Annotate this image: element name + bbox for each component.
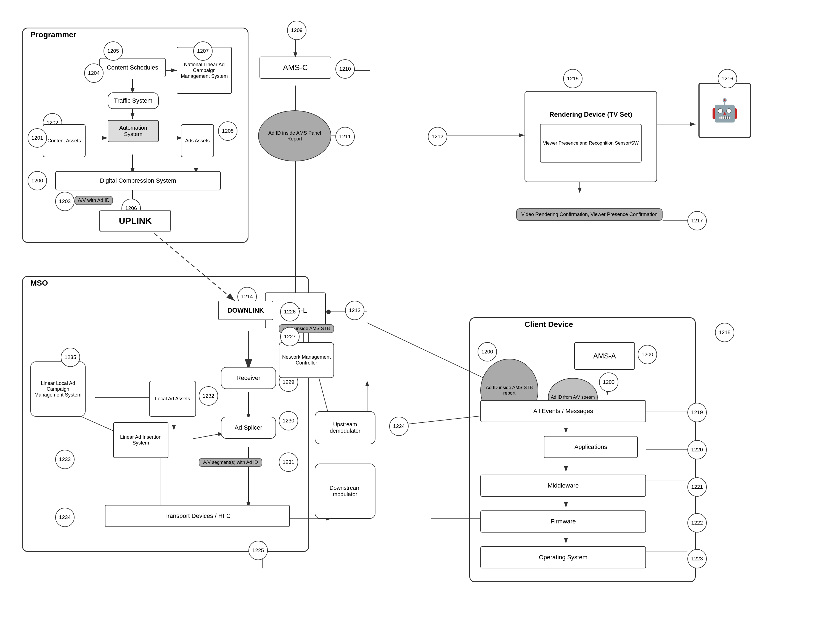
transport-devices-label: Transport Devices / HFC xyxy=(164,512,231,520)
circle-1208: 1208 xyxy=(218,121,238,141)
circle-1209: 1209 xyxy=(287,21,306,40)
transport-devices-box: Transport Devices / HFC xyxy=(105,505,290,527)
circle-1200a: 1200 xyxy=(27,171,47,190)
circle-1204: 1204 xyxy=(84,63,103,83)
label-1233: 1233 xyxy=(59,457,71,462)
circle-1215: 1215 xyxy=(563,69,582,88)
circle-1220: 1220 xyxy=(687,440,707,459)
circle-1224: 1224 xyxy=(389,416,409,436)
digital-compression-label: Digital Compression System xyxy=(100,177,176,184)
operating-system-box: Operating System xyxy=(480,546,646,568)
label-1222: 1222 xyxy=(691,520,703,526)
all-events-label: All Events / Messages xyxy=(533,408,593,415)
traffic-system-label: Traffic System xyxy=(114,97,152,104)
tv-icon: 🤖 xyxy=(698,83,751,138)
local-ad-assets-box: Local Ad Assets xyxy=(149,381,196,416)
circle-1230: 1230 xyxy=(279,411,298,431)
downlink-label: DOWNLINK xyxy=(228,307,264,314)
label-1204: 1204 xyxy=(88,70,100,76)
circle-1219: 1219 xyxy=(687,403,707,422)
linear-local-label: Linear Local Ad Campaign Management Syst… xyxy=(33,381,83,398)
receiver-label: Receiver xyxy=(237,374,260,382)
content-assets-box: Content Assets xyxy=(43,124,86,157)
ad-id-panel-box: Ad ID inside AMS Panel Report xyxy=(258,110,331,161)
ad-id-panel-label: Ad ID inside AMS Panel Report xyxy=(261,130,328,142)
programmer-label: Programmer xyxy=(31,31,76,39)
label-1208: 1208 xyxy=(222,128,234,134)
middleware-box: Middleware xyxy=(480,475,646,497)
circle-1216: 1216 xyxy=(718,69,737,88)
rendering-device-box: Rendering Device (TV Set) Viewer Presenc… xyxy=(525,91,657,182)
circle-1200c: 1200 xyxy=(478,342,497,362)
content-assets-label: Content Assets xyxy=(47,138,81,144)
label-1207: 1207 xyxy=(197,48,209,54)
operating-system-label: Operating System xyxy=(539,554,587,561)
av-segments-label: A/V segment(s) with Ad ID xyxy=(199,458,262,467)
label-1224: 1224 xyxy=(393,423,405,429)
video-confirm-box: Video Rendering Confirmation, Viewer Pre… xyxy=(516,208,663,221)
circle-1227: 1227 xyxy=(280,327,299,346)
circle-1218: 1218 xyxy=(715,323,734,342)
mso-label: MSO xyxy=(31,279,48,287)
circle-1232: 1232 xyxy=(199,386,218,406)
circle-1222: 1222 xyxy=(687,513,707,533)
circle-1233: 1233 xyxy=(55,450,74,469)
label-1216: 1216 xyxy=(722,76,733,82)
uplink-label: UPLINK xyxy=(119,216,152,226)
label-1200a: 1200 xyxy=(31,178,43,184)
label-1201: 1201 xyxy=(31,135,43,141)
label-1221: 1221 xyxy=(691,484,703,490)
local-ad-assets-label: Local Ad Assets xyxy=(155,396,190,402)
firmware-box: Firmware xyxy=(480,510,646,533)
label-1217: 1217 xyxy=(691,218,703,224)
label-1200d: 1200 xyxy=(603,379,614,385)
label-1203: 1203 xyxy=(59,199,71,205)
viewer-presence-inner: Viewer Presence and Recognition Sensor/S… xyxy=(540,124,642,163)
ad-splicer-box: Ad Splicer xyxy=(221,416,276,439)
label-1225: 1225 xyxy=(252,547,264,554)
label-1230: 1230 xyxy=(283,418,294,424)
receiver-box: Receiver xyxy=(221,367,276,389)
label-1212: 1212 xyxy=(432,134,443,140)
diagram: Programmer MSO Client Device Content Sch… xyxy=(0,0,834,644)
label-1234: 1234 xyxy=(59,514,71,520)
label-1231: 1231 xyxy=(283,459,294,465)
label-1227: 1227 xyxy=(284,334,296,340)
applications-box: Applications xyxy=(544,436,638,458)
circle-1201: 1201 xyxy=(27,128,47,148)
national-linear-label: National Linear Ad Campaign Management S… xyxy=(179,62,229,79)
ad-id-stb-report-label: Ad ID inside AMS STB report xyxy=(483,385,536,396)
circle-1226: 1226 xyxy=(280,302,299,321)
circle-1234: 1234 xyxy=(55,508,74,527)
circle-1221: 1221 xyxy=(687,477,707,497)
circle-1213: 1213 xyxy=(345,301,364,320)
content-schedules-label: Content Schedules xyxy=(107,64,158,71)
ad-splicer-label: Ad Splicer xyxy=(234,424,262,431)
linear-ad-insertion-label: Linear Ad Insertion System xyxy=(116,434,166,446)
label-1226: 1226 xyxy=(284,309,296,315)
label-1209: 1209 xyxy=(291,27,302,33)
label-1200c: 1200 xyxy=(482,349,493,355)
ams-c-label: AMS-C xyxy=(283,63,308,72)
upstream-demodulator-box: Upstream demodulator xyxy=(315,411,375,444)
circle-1211: 1211 xyxy=(335,127,355,146)
automation-system-box: Automation System xyxy=(108,120,159,142)
label-1229: 1229 xyxy=(283,379,294,385)
label-1213: 1213 xyxy=(349,307,360,313)
downstream-modulator-box: Downstream modulator xyxy=(315,463,375,519)
svg-point-60 xyxy=(326,310,331,314)
circle-1210: 1210 xyxy=(335,59,355,79)
ad-id-av-label: Ad ID from A/V stream xyxy=(551,395,595,400)
label-1223: 1223 xyxy=(691,556,703,562)
av-ad-id-label: A/V with Ad ID xyxy=(74,196,113,205)
label-1235: 1235 xyxy=(65,354,76,360)
label-1220: 1220 xyxy=(691,447,703,453)
circle-1223: 1223 xyxy=(687,549,707,568)
circle-1225: 1225 xyxy=(249,541,268,560)
ads-assets-box: Ads Assets xyxy=(181,124,214,157)
label-1200b: 1200 xyxy=(642,352,653,358)
ads-assets-label: Ads Assets xyxy=(185,138,210,144)
automation-system-label: Automation System xyxy=(110,125,156,137)
label-1232: 1232 xyxy=(203,393,214,399)
circle-1207: 1207 xyxy=(193,41,213,61)
